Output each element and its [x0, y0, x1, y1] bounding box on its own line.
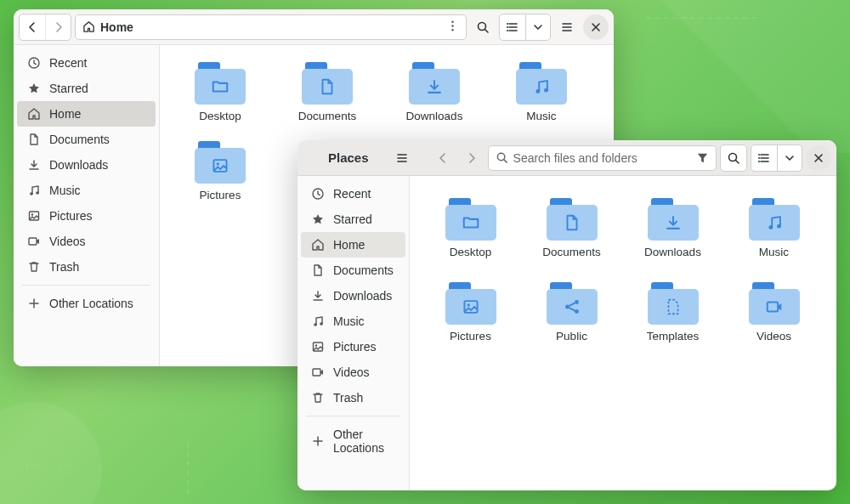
- home-icon: [311, 238, 325, 252]
- search-bar[interactable]: Search files and folders: [488, 145, 717, 171]
- sidebar: RecentStarredHomeDocumentsDownloadsMusic…: [14, 45, 160, 366]
- folder-videos[interactable]: Videos: [723, 275, 824, 349]
- folder-music[interactable]: Music: [723, 191, 824, 265]
- folder-icon: [302, 62, 353, 105]
- plus-icon: [311, 434, 325, 448]
- sidebar-item-pictures[interactable]: Pictures: [301, 334, 405, 360]
- home-icon: [82, 20, 95, 33]
- close-button[interactable]: [806, 145, 831, 171]
- back-button[interactable]: [20, 14, 45, 40]
- content-area[interactable]: DesktopDocumentsDownloadsMusicPicturesPu…: [410, 176, 836, 490]
- sidebar-item-downloads[interactable]: Downloads: [17, 152, 156, 178]
- path-bar[interactable]: Home: [75, 14, 467, 40]
- sidebar-item-documents[interactable]: Documents: [17, 127, 156, 152]
- folder-label: Videos: [756, 330, 791, 343]
- sidebar-item-label: Recent: [49, 56, 87, 70]
- view-options-button[interactable]: [525, 14, 550, 40]
- music-icon: [311, 314, 325, 328]
- close-button[interactable]: [583, 14, 609, 40]
- sidebar-item-trash[interactable]: Trash: [301, 385, 405, 411]
- sidebar-item-home[interactable]: Home: [17, 101, 156, 127]
- download-icon: [27, 158, 41, 172]
- view-switcher: [751, 144, 802, 172]
- view-switcher: [499, 14, 551, 41]
- sidebar: RecentStarredHomeDocumentsDownloadsMusic…: [298, 176, 410, 490]
- window-title: Places: [303, 150, 386, 165]
- sidebar-item-pictures[interactable]: Pictures: [17, 203, 156, 229]
- filter-icon[interactable]: [696, 151, 709, 164]
- download-icon: [311, 289, 325, 303]
- sidebar-item-label: Home: [49, 107, 81, 121]
- sidebar-item-label: Starred: [49, 82, 88, 95]
- folder-icon: [409, 62, 460, 105]
- sidebar-item-videos[interactable]: Videos: [301, 360, 405, 385]
- view-list-button[interactable]: [500, 14, 525, 40]
- sidebar-item-recent[interactable]: Recent: [17, 50, 156, 76]
- sidebar-item-music[interactable]: Music: [17, 178, 156, 203]
- doc-icon: [27, 133, 41, 146]
- sidebar-item-downloads[interactable]: Downloads: [301, 283, 405, 309]
- folder-documents[interactable]: Documents: [274, 55, 381, 129]
- sidebar-item-videos[interactable]: Videos: [17, 229, 156, 254]
- sidebar-item-label: Pictures: [49, 209, 93, 223]
- sidebar-item-starred[interactable]: Starred: [301, 207, 405, 232]
- trash-icon: [311, 391, 325, 405]
- forward-button[interactable]: [45, 14, 71, 40]
- sidebar-item-home[interactable]: Home: [301, 232, 405, 258]
- folder-icon: [547, 282, 598, 325]
- forward-button[interactable]: [459, 145, 484, 171]
- image-icon: [311, 340, 325, 354]
- folder-label: Public: [556, 330, 587, 343]
- sidebar-item-starred[interactable]: Starred: [17, 76, 156, 101]
- folder-desktop[interactable]: Desktop: [167, 55, 274, 129]
- folder-grid: DesktopDocumentsDownloadsMusicPicturesPu…: [416, 186, 830, 354]
- folder-templates[interactable]: Templates: [622, 275, 723, 349]
- folder-icon: [516, 62, 567, 105]
- sidebar-item-label: Videos: [49, 235, 86, 248]
- headerbar: Places Search files and folders: [298, 140, 836, 176]
- path-more-button[interactable]: [446, 20, 459, 35]
- sidebar-item-label: Documents: [49, 133, 110, 146]
- search-icon: [496, 151, 508, 164]
- folder-label: Downloads: [406, 110, 463, 122]
- doc-icon: [311, 263, 325, 277]
- view-options-button[interactable]: [777, 145, 802, 171]
- sidebar-item-label: Downloads: [333, 289, 392, 303]
- folder-downloads[interactable]: Downloads: [381, 55, 488, 129]
- search-button[interactable]: [721, 145, 746, 171]
- back-icon: [436, 151, 450, 165]
- sidebar-item-recent[interactable]: Recent: [301, 181, 405, 207]
- folder-music[interactable]: Music: [488, 55, 595, 129]
- back-button[interactable]: [430, 145, 456, 171]
- sidebar-item-music[interactable]: Music: [301, 309, 405, 334]
- folder-downloads[interactable]: Downloads: [622, 191, 723, 265]
- folder-pictures[interactable]: Pictures: [420, 275, 521, 349]
- hamburger-button[interactable]: [389, 145, 415, 171]
- search-placeholder: Search files and folders: [513, 151, 638, 165]
- folder-icon: [445, 198, 496, 241]
- separator: [306, 416, 400, 416]
- sidebar-item-other-locations[interactable]: Other Locations: [301, 422, 405, 461]
- folder-pictures[interactable]: Pictures: [167, 134, 274, 208]
- folder-label: Music: [526, 110, 556, 122]
- folder-desktop[interactable]: Desktop: [420, 191, 521, 265]
- search-icon: [727, 151, 740, 165]
- sidebar-item-label: Videos: [333, 365, 370, 379]
- view-list-button[interactable]: [751, 145, 777, 171]
- sidebar-item-label: Documents: [333, 263, 394, 277]
- clock-icon: [311, 187, 325, 201]
- music-icon: [27, 184, 41, 197]
- folder-public[interactable]: Public: [521, 275, 622, 349]
- search-button[interactable]: [470, 14, 496, 40]
- folder-label: Documents: [542, 246, 600, 258]
- sidebar-item-trash[interactable]: Trash: [17, 254, 156, 280]
- sidebar-item-label: Music: [333, 314, 365, 328]
- sidebar-item-other-locations[interactable]: Other Locations: [17, 291, 156, 316]
- sidebar-item-label: Other Locations: [49, 297, 133, 310]
- folder-icon: [547, 198, 598, 241]
- folder-documents[interactable]: Documents: [521, 191, 622, 265]
- sidebar-item-documents[interactable]: Documents: [301, 258, 405, 283]
- list-icon: [757, 151, 771, 165]
- folder-label: Desktop: [199, 110, 241, 122]
- hamburger-button[interactable]: [554, 14, 580, 40]
